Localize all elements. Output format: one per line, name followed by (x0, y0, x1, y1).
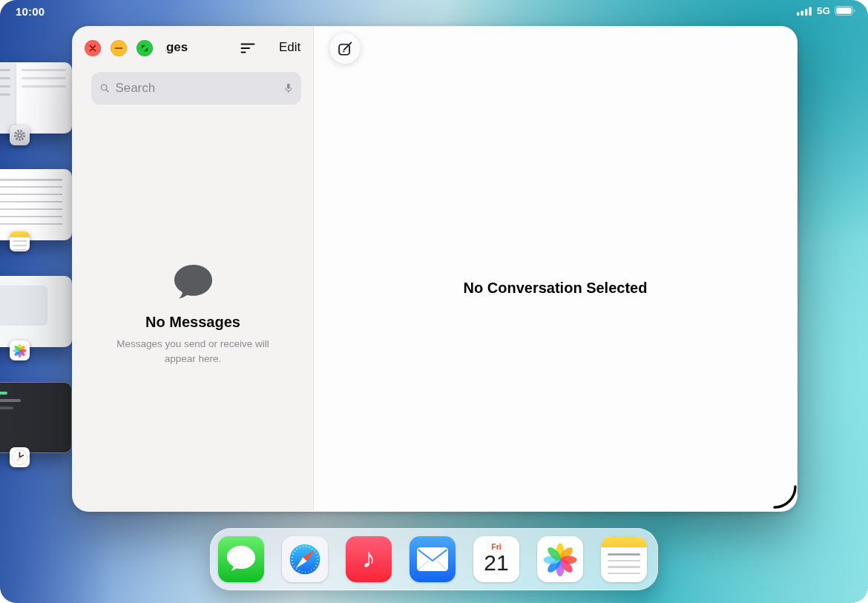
stage-thumbnail-photos[interactable] (0, 276, 72, 347)
gear-icon (12, 128, 27, 143)
dock-calendar-icon[interactable]: Fri 21 (473, 536, 519, 582)
stage-thumbnail-terminal[interactable] (0, 382, 72, 453)
filter-icon (239, 39, 257, 57)
stage-thumbnail-settings[interactable] (0, 62, 72, 134)
conversation-detail-pane: No Conversation Selected (314, 27, 797, 511)
search-field[interactable] (91, 72, 301, 105)
photos-flower-icon (12, 343, 27, 358)
notes-icon-header (601, 536, 647, 547)
safari-compass-icon (286, 540, 324, 579)
compose-button[interactable] (329, 33, 361, 64)
fullscreen-icon (140, 44, 149, 53)
notes-app-icon[interactable] (10, 231, 30, 251)
status-indicators: 5G (797, 5, 856, 16)
conversation-sidebar: Messages (73, 27, 314, 511)
minimize-icon (114, 44, 123, 53)
thumbnail-sidebar (0, 63, 16, 133)
search-input[interactable] (115, 81, 279, 96)
status-time: 10:00 (16, 5, 45, 18)
minimize-window-button[interactable] (111, 40, 127, 56)
edit-button[interactable]: Edit (279, 40, 300, 55)
sidebar-empty-state: No Messages Messages you send or receive… (73, 263, 313, 366)
music-note-icon: ♪ (362, 544, 376, 572)
network-type-label: 5G (817, 5, 830, 16)
dock-messages-icon[interactable] (218, 536, 264, 582)
dock-mail-icon[interactable] (410, 536, 456, 582)
mail-envelope-icon (416, 547, 449, 572)
dictation-mic-icon[interactable] (285, 81, 292, 96)
dock: ♪ Fri 21 (210, 528, 658, 590)
fullscreen-window-button[interactable] (137, 40, 153, 56)
stage-manager-strip (0, 0, 74, 603)
thumbnail-text-lines (0, 179, 62, 228)
settings-app-icon[interactable] (10, 125, 30, 145)
window-resize-handle[interactable] (772, 484, 798, 510)
ipad-screen: 10:00 5G (0, 0, 868, 603)
close-window-button[interactable] (85, 40, 101, 56)
clock-icon (11, 449, 28, 466)
clock-app-icon[interactable] (10, 447, 30, 467)
dock-music-icon[interactable]: ♪ (346, 536, 392, 582)
messages-bubble-icon (225, 544, 257, 575)
no-conversation-title: No Conversation Selected (464, 280, 648, 297)
cellular-signal-icon (797, 7, 812, 16)
search-icon (100, 82, 109, 95)
battery-icon (835, 6, 856, 16)
thumbnail-content (16, 63, 71, 133)
photos-app-icon[interactable] (10, 340, 30, 360)
compose-icon (337, 40, 354, 57)
dock-photos-icon[interactable] (537, 536, 583, 582)
thumbnail-image-placeholder (0, 286, 47, 326)
dock-notes-icon[interactable] (601, 536, 647, 582)
status-bar: 10:00 5G (0, 0, 868, 21)
filters-button[interactable] (239, 39, 257, 57)
dock-safari-icon[interactable] (282, 536, 328, 582)
stage-thumbnail-document[interactable] (0, 169, 72, 240)
close-icon (88, 44, 97, 53)
photos-flower-icon (541, 540, 579, 579)
calendar-day: 21 (473, 552, 519, 574)
speech-bubble-icon (172, 263, 214, 302)
messages-window: Messages (72, 26, 798, 512)
no-messages-title: No Messages (73, 314, 313, 331)
notes-icon-header (10, 231, 30, 237)
no-messages-subtitle: Messages you send or receive will appear… (105, 337, 281, 366)
window-controls (83, 38, 166, 59)
